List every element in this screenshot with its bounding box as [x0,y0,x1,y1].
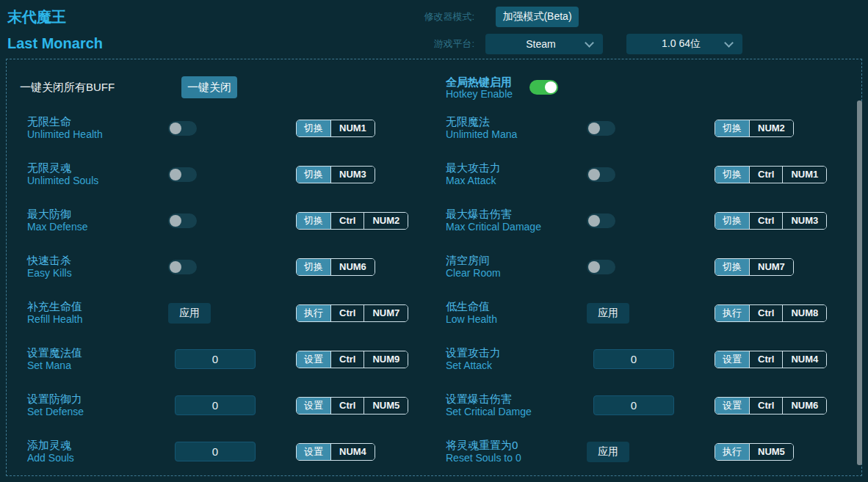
hotkey-key: NUM1 [330,120,375,136]
cheat-row: 无限生命 Unlimited Health 切换 NUM1 [27,105,446,151]
hotkey-group[interactable]: 切换 NUM2 [715,120,794,137]
hotkey-action-label: 设置 [297,398,330,414]
cheat-label-en: Set Defense [27,406,168,418]
mode-label: 修改器模式: [408,10,474,23]
apply-button[interactable]: 应用 [587,303,629,324]
buff-off-button[interactable]: 一键关闭 [181,76,237,98]
hotkey-group[interactable]: 执行 CtrlNUM7 [296,304,408,322]
cheat-row: 添加灵魂 Add Souls 设置 NUM4 [27,428,446,475]
hotkey-group[interactable]: 设置 NUM4 [296,443,375,461]
cheat-row: 设置攻击力 Set Attack 设置 CtrlNUM4 [446,336,864,382]
cheat-toggle[interactable] [587,260,615,274]
cheat-row: 设置爆击伤害 Set Critical Damge 设置 CtrlNUM6 [446,382,864,428]
cheat-label-zh: 清空房间 [446,254,587,267]
hotkey-key: Ctrl [749,398,782,414]
value-input[interactable] [175,395,256,415]
hotkey-action-label: 设置 [715,351,749,368]
platform-dropdown-value: Steam [485,38,586,50]
toggle-knob [170,169,181,180]
cheat-row: 低生命值 Low Health 应用 执行 CtrlNUM8 [446,290,864,336]
app-title-zh: 末代魔王 [7,7,66,27]
hotkey-group[interactable]: 执行 CtrlNUM8 [715,304,827,322]
cheat-label-en: Max Defense [27,221,168,233]
hotkey-key: NUM2 [364,213,408,229]
cheat-toggle[interactable] [587,213,615,228]
apply-button[interactable]: 应用 [587,442,629,462]
cheat-control [587,167,715,182]
version-dropdown[interactable]: 1.0 64位 [626,34,742,54]
chevron-down-icon [724,38,734,48]
cheat-toggle[interactable] [168,260,197,274]
cheat-label-en: Set Attack [446,359,587,372]
cheat-label-en: Clear Room [446,267,587,280]
cheat-label-zh: 设置爆击伤害 [446,392,587,406]
hotkey-action-label: 设置 [297,444,330,460]
cheat-row: 设置防御力 Set Defense 设置 CtrlNUM5 [27,382,446,428]
value-input[interactable] [175,349,256,369]
cheat-label-en: Unlimited Souls [27,175,168,187]
hotkey-group[interactable]: 设置 CtrlNUM9 [296,351,408,368]
cheat-control [587,395,715,415]
hotkey-enable-toggle[interactable] [529,80,558,95]
hotkey-group[interactable]: 切换 NUM7 [715,258,794,276]
hotkey-group[interactable]: 切换 NUM3 [296,166,375,183]
cheat-row: 补充生命值 Refill Health 应用 执行 CtrlNUM7 [27,290,446,336]
hotkey-key: NUM7 [364,305,408,321]
hotkey-group[interactable]: 切换 CtrlNUM3 [715,212,827,230]
version-dropdown-value: 1.0 64位 [626,37,726,51]
hotkey-action-label: 设置 [715,398,749,414]
cheat-panel: 一键关闭所有BUFF 一键关闭 全局热键启用 Hotkey Enable 无限生… [6,59,862,476]
cheat-label-en: Add Souls [27,452,168,464]
hotkey-action-label: 执行 [715,444,749,460]
cheat-control: 应用 [587,303,715,324]
hotkey-key: NUM6 [330,259,375,275]
value-input[interactable] [593,395,674,415]
cheat-label-zh: 添加灵魂 [27,439,168,452]
hotkey-action-label: 切换 [297,213,330,229]
hotkey-group[interactable]: 设置 CtrlNUM5 [296,397,408,415]
hotkey-action-label: 执行 [715,305,749,321]
cheat-label-zh: 补充生命值 [27,300,168,313]
cheat-toggle[interactable] [168,167,197,182]
hotkey-key: NUM1 [782,167,826,183]
mode-button[interactable]: 加强模式(Beta) [496,7,579,27]
cheat-label-zh: 最大攻击力 [446,161,587,175]
toggle-knob [588,261,600,273]
hotkey-key: Ctrl [749,213,782,229]
hotkey-key: NUM7 [749,259,793,275]
cheat-control [168,167,296,182]
hotkey-key: Ctrl [330,398,364,414]
hotkey-action-label: 切换 [297,120,330,136]
cheat-control [587,349,715,369]
hotkey-group[interactable]: 切换 CtrlNUM2 [296,212,408,230]
cheat-control: 应用 [587,442,715,462]
cheat-toggle[interactable] [587,121,615,136]
hotkey-group[interactable]: 设置 CtrlNUM6 [715,397,827,415]
cheat-label-zh: 无限灵魂 [27,161,168,175]
hotkey-group[interactable]: 设置 CtrlNUM4 [715,351,827,368]
hotkey-action-label: 切换 [715,213,749,229]
cheat-row: 最大爆击伤害 Max Critical Damage 切换 CtrlNUM3 [446,197,864,244]
hotkey-group[interactable]: 切换 CtrlNUM1 [715,166,827,183]
hotkey-action-label: 执行 [297,305,330,321]
hotkey-key: NUM3 [782,213,826,229]
hotkey-group[interactable]: 切换 NUM6 [296,258,375,276]
cheat-label-en: Set Mana [27,359,168,372]
hotkey-group[interactable]: 执行 NUM5 [715,443,794,461]
hotkey-group[interactable]: 切换 NUM1 [296,120,375,137]
cheat-toggle[interactable] [168,213,197,228]
hotkey-key: NUM5 [749,444,793,460]
cheat-control [168,442,296,461]
platform-dropdown[interactable]: Steam [485,34,603,54]
cheat-grid: 无限生命 Unlimited Health 切换 NUM1 无限魔法 Unlim… [27,105,861,475]
apply-button[interactable]: 应用 [168,303,211,324]
hotkey-key: NUM4 [782,351,826,368]
cheat-label-en: Unlimited Mana [446,128,587,141]
scrollbar[interactable] [857,101,862,465]
cheat-toggle[interactable] [168,121,197,136]
cheat-control [168,349,296,369]
hotkey-key: Ctrl [330,305,364,321]
cheat-toggle[interactable] [587,167,615,182]
value-input[interactable] [175,442,256,461]
value-input[interactable] [593,349,674,369]
